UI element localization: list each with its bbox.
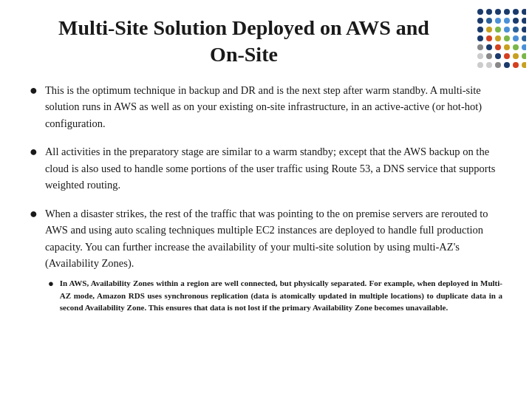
svg-point-34 xyxy=(513,53,519,59)
svg-point-21 xyxy=(504,35,510,41)
svg-point-32 xyxy=(495,53,501,59)
svg-point-9 xyxy=(504,18,510,24)
svg-point-35 xyxy=(522,53,526,59)
svg-point-19 xyxy=(486,35,492,41)
bullet-item-1: ● This is the optimum technique in backu… xyxy=(30,82,502,132)
svg-point-7 xyxy=(486,18,492,24)
svg-point-20 xyxy=(495,35,501,41)
bullet-dot-1: ● xyxy=(30,83,38,98)
slide: Multi-Site Solution Deployed on AWS and … xyxy=(0,0,532,399)
svg-point-8 xyxy=(495,18,501,24)
svg-point-22 xyxy=(513,35,519,41)
svg-point-26 xyxy=(495,44,501,50)
bullet-text-2: All activities in the preparatory stage … xyxy=(45,146,495,191)
slide-title: Multi-Site Solution Deployed on AWS and … xyxy=(22,15,466,69)
bullet-item-2: ● All activities in the preparatory stag… xyxy=(30,143,502,193)
svg-point-12 xyxy=(477,27,483,33)
bullet-dot-3: ● xyxy=(30,206,38,222)
svg-point-29 xyxy=(522,44,526,50)
svg-point-28 xyxy=(513,44,519,50)
sub-bullet-1: ● In AWS, Availability Zones within a re… xyxy=(48,277,502,314)
svg-point-16 xyxy=(513,27,519,33)
svg-point-0 xyxy=(477,9,483,15)
bullet-content-2: All activities in the preparatory stage … xyxy=(45,143,502,193)
sub-bullet-dot-1: ● xyxy=(48,278,54,290)
dot-grid-decoration xyxy=(474,6,526,72)
slide-header: Multi-Site Solution Deployed on AWS and … xyxy=(22,15,510,69)
svg-point-15 xyxy=(504,27,510,33)
svg-point-2 xyxy=(495,9,501,15)
bullet-text-1: This is the optimum technique in backup … xyxy=(45,84,482,129)
svg-point-30 xyxy=(477,53,483,59)
svg-point-31 xyxy=(486,53,492,59)
bullet-content-1: This is the optimum technique in backup … xyxy=(45,82,502,132)
svg-point-37 xyxy=(486,62,492,68)
svg-point-24 xyxy=(477,44,483,50)
svg-point-6 xyxy=(477,18,483,24)
svg-point-33 xyxy=(504,53,510,59)
svg-point-23 xyxy=(522,35,526,41)
svg-point-14 xyxy=(495,27,501,33)
bullet-item-3: ● When a disaster strikes, the rest of t… xyxy=(30,205,502,314)
svg-point-39 xyxy=(504,62,510,68)
svg-point-10 xyxy=(513,18,519,24)
bullet-text-3: When a disaster strikes, the rest of the… xyxy=(45,208,488,269)
svg-point-17 xyxy=(522,27,526,33)
svg-point-38 xyxy=(495,62,501,68)
svg-point-13 xyxy=(486,27,492,33)
svg-point-25 xyxy=(486,44,492,50)
svg-point-40 xyxy=(513,62,519,68)
svg-point-18 xyxy=(477,35,483,41)
svg-point-36 xyxy=(477,62,483,68)
bullet-content-3: When a disaster strikes, the rest of the… xyxy=(45,205,502,314)
svg-point-4 xyxy=(513,9,519,15)
svg-point-5 xyxy=(522,9,526,15)
svg-point-27 xyxy=(504,44,510,50)
svg-point-41 xyxy=(522,62,526,68)
bullet-dot-2: ● xyxy=(30,144,38,160)
slide-content: ● This is the optimum technique in backu… xyxy=(22,82,510,314)
sub-bullet-text-1: In AWS, Availability Zones within a regi… xyxy=(60,277,502,314)
svg-point-1 xyxy=(486,9,492,15)
svg-point-3 xyxy=(504,9,510,15)
svg-point-11 xyxy=(522,18,526,24)
